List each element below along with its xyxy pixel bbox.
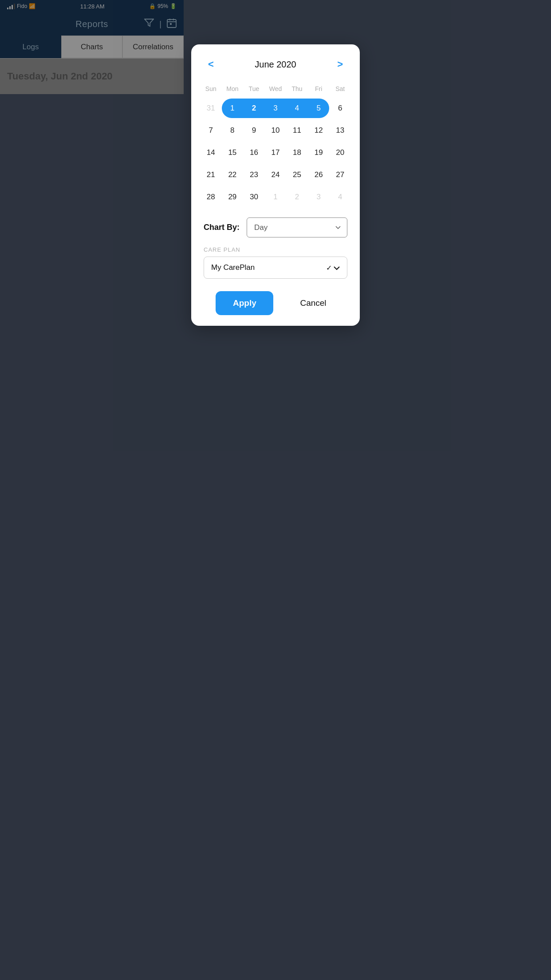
modal-overlay: < June 2020 > Sun Mon Tue Wed Thu Fri Sa… [0,0,184,327]
